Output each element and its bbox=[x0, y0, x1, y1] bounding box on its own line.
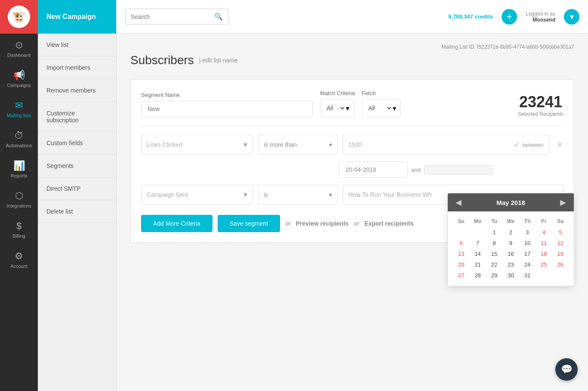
calendar-day[interactable]: 18 bbox=[536, 248, 552, 259]
calendar-day[interactable]: 17 bbox=[519, 248, 536, 259]
page-title: Subscribers bbox=[130, 53, 194, 67]
search-box[interactable]: 🔍 bbox=[125, 9, 228, 25]
sidebar-item-account[interactable]: ⚙ Account bbox=[0, 245, 38, 275]
date-to-input[interactable] bbox=[424, 165, 493, 174]
sidebar-item-label: Account bbox=[10, 264, 28, 269]
sidebar-item-integrations[interactable]: ⬡ Integrations bbox=[0, 184, 38, 214]
sidebar-item-label: Mailing lists bbox=[7, 113, 31, 118]
calendar-day bbox=[552, 270, 569, 281]
automations-icon: ⏱ bbox=[14, 130, 24, 141]
sidebar-item-campaigns[interactable]: 📢 Campaigns bbox=[0, 64, 38, 94]
calendar-day[interactable]: 14 bbox=[469, 248, 486, 259]
calendar-day[interactable]: 29 bbox=[486, 270, 502, 281]
sub-nav-remove-members[interactable]: Remove members bbox=[38, 79, 116, 102]
sidebar-item-dashboard[interactable]: ⊙ Dashboard bbox=[0, 34, 38, 64]
calendar-day[interactable]: 3 bbox=[519, 227, 536, 238]
criteria-row-1: Links Clicked ▾ is more than ▾ ✓ between… bbox=[141, 135, 563, 155]
calendar-day[interactable]: 2 bbox=[502, 227, 519, 238]
recipients-box: 23241 Selected Recipients bbox=[518, 93, 563, 117]
criteria-condition-1[interactable]: is more than ▾ bbox=[258, 135, 338, 155]
sidebar-item-automations[interactable]: ⏱ Automations bbox=[0, 124, 38, 154]
sidebar-item-billing[interactable]: $ Billing bbox=[0, 214, 38, 245]
sub-nav-delete-list[interactable]: Delete list bbox=[38, 200, 116, 223]
fetch-dropdown[interactable]: All Some bbox=[366, 104, 393, 112]
calendar-day bbox=[536, 270, 552, 281]
sub-nav-view-list[interactable]: View list bbox=[38, 34, 116, 56]
chat-button[interactable]: 💬 bbox=[555, 358, 578, 381]
sidebar-item-mailing-lists[interactable]: ✉ Mailing lists bbox=[0, 94, 38, 124]
calendar-day[interactable]: 5 bbox=[552, 227, 569, 238]
criteria-condition-label-1: is more than bbox=[264, 141, 297, 148]
cal-header-mo: Mo bbox=[469, 216, 486, 227]
sub-nav-direct-smtp[interactable]: Direct SMTP bbox=[38, 177, 116, 200]
cal-header-sa: Sa bbox=[552, 216, 569, 227]
calendar-day[interactable]: 9 bbox=[502, 238, 519, 248]
calendar-day[interactable]: 30 bbox=[502, 270, 519, 281]
sub-nav-segments[interactable]: Segments bbox=[38, 155, 116, 177]
export-recipients-link[interactable]: Export recipients bbox=[364, 220, 413, 227]
dashboard-icon: ⊙ bbox=[15, 40, 23, 51]
date-from-input[interactable] bbox=[339, 161, 408, 178]
calendar-day[interactable]: 10 bbox=[519, 238, 536, 248]
calendar-day[interactable]: 13 bbox=[453, 248, 469, 259]
user-dropdown-button[interactable]: ▾ bbox=[564, 9, 579, 25]
criteria-value-input-1[interactable] bbox=[348, 141, 510, 148]
sidebar-item-reports[interactable]: 📊 Reports bbox=[0, 154, 38, 184]
logged-in-info: Logged in as Moosend bbox=[526, 11, 555, 23]
chevron-down-icon-2: ▾ bbox=[393, 104, 396, 112]
criteria-field-1[interactable]: Links Clicked ▾ bbox=[141, 135, 253, 155]
save-segment-button[interactable]: Save segment bbox=[218, 215, 280, 232]
calendar-day[interactable]: 20 bbox=[453, 259, 469, 270]
sub-nav-customize-subscription[interactable]: Customize subscription bbox=[38, 102, 116, 132]
calendar-day[interactable]: 11 bbox=[536, 238, 552, 248]
calendar-day bbox=[453, 227, 469, 238]
remove-criteria-1[interactable]: ✕ bbox=[556, 140, 563, 150]
calendar-day[interactable]: 8 bbox=[486, 238, 502, 248]
calendar-day[interactable]: 1 bbox=[486, 227, 502, 238]
match-criteria-dropdown[interactable]: All Any bbox=[325, 104, 346, 112]
segment-name-group: Segment Name bbox=[141, 92, 313, 117]
calendar-day[interactable]: 6 bbox=[453, 238, 469, 248]
sidebar-item-label: Campaigns bbox=[7, 83, 31, 88]
sub-nav-import-members[interactable]: Import members bbox=[38, 56, 116, 79]
match-criteria-select[interactable]: All Any ▾ bbox=[320, 99, 355, 117]
calendar-day[interactable]: 27 bbox=[453, 270, 469, 281]
calendar-day[interactable]: 28 bbox=[469, 270, 486, 281]
campaigns-icon: 📢 bbox=[13, 70, 25, 81]
criteria-value-1[interactable]: ✓ between bbox=[343, 135, 549, 155]
reports-icon: 📊 bbox=[13, 160, 25, 171]
calendar-day[interactable]: 24 bbox=[519, 259, 536, 270]
integrations-icon: ⬡ bbox=[15, 190, 23, 202]
calendar-header: ◀ May 2018 ▶ bbox=[448, 193, 574, 211]
sub-nav-custom-fields[interactable]: Custom fields bbox=[38, 132, 116, 155]
calendar-day[interactable]: 12 bbox=[552, 238, 569, 248]
calendar-day[interactable]: 7 bbox=[469, 238, 486, 248]
calendar-day[interactable]: 21 bbox=[469, 259, 486, 270]
account-icon: ⚙ bbox=[15, 251, 23, 262]
segment-name-label: Segment Name bbox=[141, 92, 313, 98]
add-more-criteria-button[interactable]: Add More Criteria bbox=[141, 215, 212, 232]
segment-name-input[interactable] bbox=[141, 101, 313, 117]
criteria-field-2[interactable]: Campaign Sent ▾ bbox=[141, 185, 253, 205]
calendar-day[interactable]: 4 bbox=[536, 227, 552, 238]
calendar-prev-button[interactable]: ◀ bbox=[454, 198, 463, 207]
add-button[interactable]: + bbox=[502, 9, 517, 25]
calendar-next-button[interactable]: ▶ bbox=[558, 198, 568, 207]
fetch-select[interactable]: All Some ▾ bbox=[362, 99, 401, 117]
calendar-day[interactable]: 22 bbox=[486, 259, 502, 270]
calendar-day[interactable]: 16 bbox=[502, 248, 519, 259]
calendar-day[interactable]: 25 bbox=[536, 259, 552, 270]
criteria-field-label-1: Links Clicked bbox=[147, 141, 182, 148]
credits-label: credits bbox=[475, 13, 493, 20]
calendar-day[interactable]: 31 bbox=[519, 270, 536, 281]
calendar-day[interactable]: 19 bbox=[552, 248, 569, 259]
preview-recipients-link[interactable]: Preview recipients bbox=[296, 220, 349, 227]
calendar-day[interactable]: 26 bbox=[552, 259, 569, 270]
calendar-day[interactable]: 23 bbox=[502, 259, 519, 270]
nav-logo[interactable]: 🐮 bbox=[0, 0, 38, 34]
calendar-day[interactable]: 15 bbox=[486, 248, 502, 259]
criteria-condition-2[interactable]: is ▾ bbox=[258, 185, 338, 205]
main-content: 🔍 9,768,347 credits + Logged in as Moose… bbox=[117, 0, 588, 391]
edit-list-link[interactable]: | edit list name bbox=[199, 57, 238, 64]
search-input[interactable] bbox=[131, 13, 211, 20]
